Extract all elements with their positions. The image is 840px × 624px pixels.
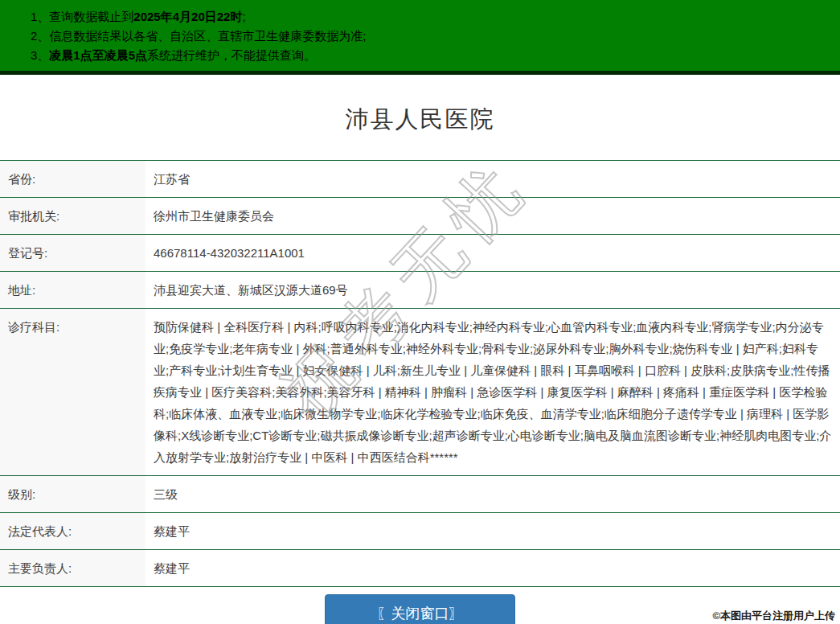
row-value: 46678114-432032211A1001 xyxy=(145,235,840,272)
row-label: 省份: xyxy=(0,161,145,198)
row-value: 江苏省 xyxy=(145,161,840,198)
notice-line-3-tail: 系统进行维护，不能提供查询。 xyxy=(147,48,316,62)
row-label: 审批机关: xyxy=(0,198,145,235)
table-row-approval-authority: 审批机关: 徐州市卫生健康委员会 xyxy=(0,198,840,235)
notice-banner: 1、查询数据截止到2025年4月20日22时; 2、信息数据结果以各省、自治区、… xyxy=(0,0,840,75)
row-label: 诊疗科目: xyxy=(0,309,145,476)
row-value: 沛县迎宾大道、新城区汉源大道69号 xyxy=(145,272,840,309)
row-value: 预防保健科 | 全科医疗科 | 内科;呼吸内科专业;消化内科专业;神经内科专业;… xyxy=(145,309,840,476)
table-row-address: 地址: 沛县迎宾大道、新城区汉源大道69号 xyxy=(0,272,840,309)
table-row-level: 级别: 三级 xyxy=(0,476,840,513)
table-row-registration-number: 登记号: 46678114-432032211A1001 xyxy=(0,235,840,272)
table-row-person-in-charge: 主要负责人: 蔡建平 xyxy=(0,550,840,587)
upload-credit-watermark: ©本图由平台注册用户上传 xyxy=(712,609,835,623)
row-label: 主要负责人: xyxy=(0,550,145,587)
notice-line-1-tail: ; xyxy=(242,10,245,23)
table-row-legal-representative: 法定代表人: 蔡建平 xyxy=(0,513,840,550)
table-row-medical-subjects: 诊疗科目: 预防保健科 | 全科医疗科 | 内科;呼吸内科专业;消化内科专业;神… xyxy=(0,309,840,476)
notice-line-1: 1、查询数据截止到2025年4月20日22时; xyxy=(31,7,840,27)
row-label: 级别: xyxy=(0,476,145,513)
notice-line-1-text: 1、查询数据截止到 xyxy=(31,10,133,23)
row-label: 法定代表人: xyxy=(0,513,145,550)
notice-line-1-bold: 2025年4月20日22时 xyxy=(133,10,242,23)
row-value: 蔡建平 xyxy=(145,513,840,550)
notice-line-2-text: 2、信息数据结果以各省、自治区、直辖市卫生健康委数据为准; xyxy=(31,29,367,43)
row-value: 徐州市卫生健康委员会 xyxy=(145,198,840,235)
table-row-province: 省份: 江苏省 xyxy=(0,161,840,198)
hospital-info-table: 省份: 江苏省 审批机关: 徐州市卫生健康委员会 登记号: 46678114-4… xyxy=(0,160,840,587)
row-value: 蔡建平 xyxy=(145,550,840,587)
row-label: 登记号: xyxy=(0,235,145,272)
row-value: 三级 xyxy=(145,476,840,513)
notice-line-2: 2、信息数据结果以各省、自治区、直辖市卫生健康委数据为准; xyxy=(31,27,840,46)
close-window-button[interactable]: 〖关闭窗口〗 xyxy=(325,594,515,624)
notice-line-3-bold: 凌晨1点至凌晨5点 xyxy=(49,48,147,62)
notice-line-3-text: 3、 xyxy=(31,48,49,62)
row-label: 地址: xyxy=(0,272,145,309)
notice-line-3: 3、凌晨1点至凌晨5点系统进行维护，不能提供查询。 xyxy=(31,46,840,65)
page-title: 沛县人民医院 xyxy=(0,104,840,136)
